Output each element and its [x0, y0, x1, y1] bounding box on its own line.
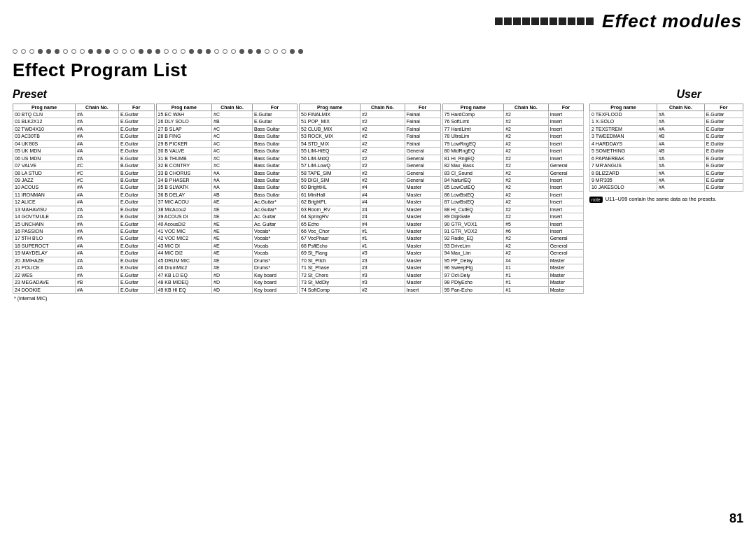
for-cell: Insert — [548, 125, 583, 132]
for-cell: Bass Guitar — [253, 155, 298, 162]
prog-name-cell: 84 NaturlEQ — [442, 176, 504, 183]
chain-no-cell: #E — [212, 213, 253, 220]
note-box: note U11–U99 contain the same data as th… — [589, 196, 743, 203]
chain-no-cell: #A — [212, 176, 253, 183]
chain-no-cell: #2 — [504, 213, 548, 220]
table-row: 29 B PICKER#CBass Guitar — [156, 140, 298, 147]
for-cell: Bass Guitar — [253, 169, 298, 176]
for-cell: Insert — [548, 176, 583, 183]
prog-name-cell: 86 LowBstEQ — [442, 191, 504, 198]
table-row: 21 POLICE#AE.Guitar — [13, 264, 155, 271]
prog-name-cell: 13 MAHAVISU — [13, 206, 76, 213]
chain-no-cell: #2 — [504, 191, 548, 198]
table-row: 07 VALVE#CB.Guitar — [13, 162, 155, 169]
prog-name-cell: 24 DOOKIE — [13, 286, 76, 293]
prog-name-cell: 9 MR'335 — [590, 176, 657, 183]
table-row: 62 BrightPL#4Master — [300, 199, 441, 206]
for-cell: Master — [548, 264, 583, 271]
table-row: 92 Radio_EQ#2General — [442, 235, 584, 242]
chain-no-cell: #2 — [360, 133, 405, 140]
table-row: 67 VocPhasr#1Master — [300, 235, 441, 242]
chain-no-cell: #2 — [504, 118, 548, 125]
for-cell: B.Guitar — [118, 176, 154, 183]
prog-name-cell: 39 ACOUS DI — [156, 213, 212, 220]
for-cell: Insert — [405, 286, 440, 293]
user-section: Prog name Chain No. For 0 TEXFLOOD#AE.Gu… — [589, 104, 743, 301]
prog-name-cell: 90 GTR_VOX1 — [442, 220, 504, 227]
chain-no-cell: #C — [212, 148, 253, 155]
prog-name-cell: 72 St_Chors — [300, 271, 360, 278]
col-chain-no: Chain No. — [657, 104, 704, 111]
for-cell: E.Guitar — [704, 125, 743, 132]
for-cell: Bass Guitar — [253, 140, 298, 147]
chain-no-cell: #1 — [504, 271, 548, 278]
for-cell: E.Guitar — [253, 111, 298, 118]
chain-no-cell: #2 — [360, 162, 405, 169]
chain-no-cell: #A — [75, 206, 118, 213]
chain-no-cell: #2 — [504, 206, 548, 213]
col-for: For — [118, 104, 154, 111]
chain-no-cell: #A — [657, 125, 704, 132]
for-cell: Insert — [548, 220, 583, 227]
table-row: 55 LIM-HiEQ#2General — [300, 148, 441, 155]
col-chain-no: Chain No. — [504, 104, 548, 111]
for-cell: Ac. Guitar — [253, 220, 298, 227]
preset-col-3: Prog name Chain No. For 50 FINALMIX#2Fai… — [299, 104, 441, 294]
table-row: 50 FINALMIX#2Fainal — [300, 111, 441, 118]
for-cell: E.Guitar — [704, 176, 743, 183]
chain-no-cell: #E — [212, 235, 253, 242]
prog-name-cell: 79 LowRngEQ — [442, 140, 504, 147]
prog-name-cell: 64 SpringRV — [300, 213, 360, 220]
prog-name-cell: 16 PASSION — [13, 228, 76, 235]
main-table-area: Prog name Chain No. For 00 BTQ CLN#AE.Gu… — [13, 104, 743, 301]
preset-table-4: Prog name Chain No. For 75 HardComp#2Ins… — [442, 104, 584, 294]
effect-modules-title: Effect modules — [602, 10, 742, 32]
table-row: 68 PsftEcho#1Master — [300, 242, 441, 249]
table-row: 85 LowCutEQ#2Insert — [442, 184, 584, 191]
table-row: 64 SpringRV#4Master — [300, 213, 441, 220]
chain-no-cell: #A — [75, 235, 118, 242]
note-text: U11–U99 contain the same data as the pre… — [606, 196, 717, 202]
prog-name-cell: 09 JAZZ — [13, 176, 76, 183]
prog-name-cell: 20 JIMIHAZE — [13, 257, 76, 264]
prog-name-cell: 76 SoftLimt — [442, 118, 504, 125]
prog-name-cell: 36 B DELAY — [156, 191, 212, 198]
prog-name-cell: 91 GTR_VOX2 — [442, 228, 504, 235]
prog-name-cell: 92 Radio_EQ — [442, 235, 504, 242]
prog-name-cell: 40 AcousDi2 — [156, 220, 212, 227]
for-cell: General — [548, 162, 583, 169]
for-cell: E.Guitar — [704, 118, 743, 125]
for-cell: E.Guitar — [118, 242, 154, 249]
chain-no-cell: #1 — [360, 228, 405, 235]
table-row: 30 B VALVE#CBass Guitar — [156, 148, 298, 155]
table-row: 19 MAYDELAY#AE.Guitar — [13, 250, 155, 257]
chain-no-cell: #4 — [360, 206, 405, 213]
table-row: 9 MR'335#AE.Guitar — [590, 176, 743, 183]
prog-name-cell: 4 HARDDAYS — [590, 140, 657, 147]
chain-no-cell: #2 — [360, 140, 405, 147]
for-cell: E.Guitar — [704, 162, 743, 169]
table-row: 13 MAHAVISU#AE.Guitar — [13, 206, 155, 213]
prog-name-cell: 61 MiniHall — [300, 191, 360, 198]
table-row: 41 VOC MIC#EVocals* — [156, 228, 298, 235]
col-prog-name: Prog name — [156, 104, 212, 111]
chain-no-cell: #4 — [360, 184, 405, 191]
prog-name-cell: 87 LowBstEQ — [442, 199, 504, 206]
prog-name-cell: 94 Max_Lim — [442, 250, 504, 257]
chain-no-cell: #E — [212, 228, 253, 235]
table-row: 23 MEGADAVE#BE.Guitar — [13, 279, 155, 286]
col-prog-name: Prog name — [590, 104, 657, 111]
table-row: 47 KB LO EQ#DKey board — [156, 271, 298, 278]
prog-name-cell: 46 DrumMic2 — [156, 264, 212, 271]
table-row: 32 B CONTRY#CBass Guitar — [156, 162, 298, 169]
table-row: 44 MIC DI2#EVocals — [156, 250, 298, 257]
prog-name-cell: 52 CLUB_MIX — [300, 125, 360, 132]
chain-no-cell: #A — [75, 257, 118, 264]
for-cell: Key board — [253, 286, 298, 293]
chain-no-cell: #E — [212, 257, 253, 264]
for-cell: B.Guitar — [118, 162, 154, 169]
chain-no-cell: #4 — [360, 220, 405, 227]
table-row: 51 POP_MIX#2Fainal — [300, 118, 441, 125]
chain-no-cell: #2 — [360, 176, 405, 183]
table-row: 65 Echo#4Master — [300, 220, 441, 227]
